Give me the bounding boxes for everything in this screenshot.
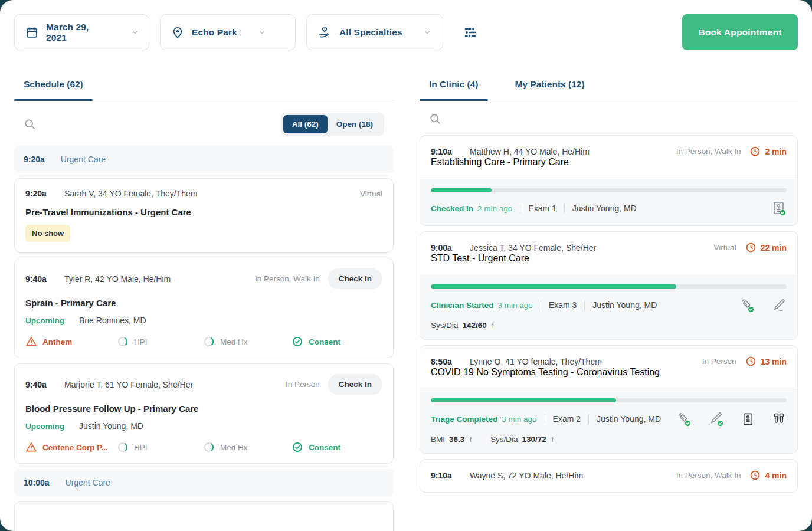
stage-time-ago: 3 min ago: [502, 415, 536, 424]
divider: [541, 300, 541, 310]
wait-timer: 22 min: [745, 242, 787, 253]
filter-all-option[interactable]: All (62): [283, 115, 328, 133]
filter-open-option[interactable]: Open (18): [328, 115, 382, 133]
visit-stage-row: Triage Completed 3 min ago Exam 2 Justin…: [431, 411, 787, 427]
wait-minutes: 2 min: [765, 147, 787, 156]
status-label: Upcoming: [25, 422, 64, 431]
in-clinic-card[interactable]: 9:10a Wayne S, 72 YO Male, He/Him In Per…: [420, 459, 798, 493]
schedule-tabs: Schedule (62): [14, 79, 394, 100]
app-window: March 29, 2021 Echo Park: [0, 0, 812, 531]
schedule-searchbar: All (62) Open (18): [14, 100, 394, 146]
check-in-button[interactable]: Check In: [328, 374, 382, 395]
top-toolbar: March 29, 2021 Echo Park: [14, 14, 798, 50]
wait-minutes: 22 min: [761, 243, 787, 253]
intake-form-complete-icon[interactable]: [771, 201, 787, 216]
filters-sliders-button[interactable]: [463, 25, 477, 40]
appointment-time: 9:10a: [431, 471, 470, 480]
medical-record-icon[interactable]: [741, 412, 755, 427]
trend-up-icon: ↑: [491, 321, 495, 330]
patient-summary: Tyler R, 42 YO Male, He/Him: [64, 274, 171, 284]
location-value: Echo Park: [192, 27, 237, 38]
tab-in-clinic[interactable]: In Clinic (4): [420, 79, 488, 100]
book-appointment-button[interactable]: Book Appointment: [682, 14, 798, 50]
location-pin-icon: [171, 26, 184, 39]
in-clinic-card[interactable]: 9:10a Matthew H, 44 YO Male, He/Him In P…: [420, 135, 798, 226]
appointment-time: 9:10a: [431, 147, 470, 156]
slot-department[interactable]: Urgent Care: [66, 478, 110, 487]
exam-room: Exam 1: [528, 204, 556, 213]
chevron-down-icon: [131, 28, 139, 37]
appointment-head: 9:40a Marjorie T, 61 YO Female, She/Her …: [25, 374, 382, 395]
patient-summary: Wayne S, 72 YO Male, He/Him: [470, 471, 583, 480]
appointment-time: 9:00a: [431, 243, 470, 253]
patient-summary: Matthew H, 44 YO Male, He/Him: [470, 147, 590, 156]
clinic-card-head: 8:50a Lynne O, 41 YO female, They/Them I…: [431, 356, 787, 367]
clinic-card-top: 9:10a Wayne S, 72 YO Male, He/Him In Per…: [420, 460, 797, 492]
appointment-title: Blood Pressure Follow Up - Primary Care: [25, 404, 382, 414]
clinic-searchbar: [420, 100, 798, 135]
vital-label: Sys/Dia: [431, 321, 459, 330]
specialty-dropdown[interactable]: All Specialties: [306, 14, 443, 50]
hpi-item[interactable]: HPI: [117, 441, 203, 453]
intake-checklist: Centene Corp P... HPI Med: [25, 441, 382, 453]
procedure-pen-icon[interactable]: [771, 297, 787, 313]
consent-item[interactable]: Consent: [292, 441, 340, 453]
med-hx-item[interactable]: Med Hx: [203, 441, 292, 453]
tab-my-patients[interactable]: My Patients (12): [506, 79, 594, 100]
patient-summary: Marjorie T, 61 YO Female, She/Her: [64, 380, 193, 389]
search-button[interactable]: [429, 113, 441, 125]
med-hx-item[interactable]: Med Hx: [203, 336, 292, 348]
progress-ring-icon: [117, 336, 129, 348]
appointment-title: Establishing Care - Primary Care: [431, 157, 787, 168]
procedure-pen-complete-icon[interactable]: [708, 411, 725, 427]
progress-ring-icon: [203, 441, 215, 453]
visit-type: In Person, Walk In: [255, 274, 320, 283]
visit-type: Virtual: [714, 243, 736, 252]
consent-label: Consent: [309, 337, 340, 346]
patient-summary: Lynne O, 41 YO female, They/Them: [470, 357, 602, 366]
visit-progress-bar: [431, 188, 787, 192]
location-dropdown[interactable]: Echo Park: [160, 14, 296, 50]
specimen-rack-icon[interactable]: [771, 411, 787, 427]
status-label: Upcoming: [25, 316, 64, 325]
vital-bmi: BMI 36.3 ↑: [431, 435, 473, 444]
insurance-label: Centene Corp P...: [42, 443, 108, 452]
slot-time: 10:00a: [24, 478, 50, 487]
search-icon: [24, 118, 36, 130]
appointment-card[interactable]: 9:40a Marjorie T, 61 YO Female, She/Her …: [14, 363, 394, 464]
in-clinic-card[interactable]: 9:00a Jessica T, 34 YO Female, She/Her V…: [420, 231, 798, 340]
schedule-list: 9:20a Urgent Care 9:20a Sarah V, 34 YO F…: [14, 146, 394, 531]
tab-schedule[interactable]: Schedule (62): [14, 79, 93, 100]
clock-icon: [749, 470, 761, 481]
injection-complete-icon[interactable]: [739, 297, 755, 313]
vital-value: 142/60: [463, 321, 487, 330]
date-picker-dropdown[interactable]: March 29, 2021: [14, 14, 149, 50]
specialty-value: All Specialties: [339, 27, 402, 38]
check-in-button[interactable]: Check In: [328, 268, 382, 289]
insurance-alert-item[interactable]: Centene Corp P...: [25, 441, 117, 453]
visit-type: In Person, Walk In: [676, 471, 741, 480]
hpi-item[interactable]: HPI: [117, 336, 203, 348]
search-button[interactable]: [24, 118, 36, 130]
visit-type: In Person: [286, 380, 320, 389]
consent-item[interactable]: Consent: [292, 336, 340, 348]
schedule-panel: Schedule (62) All (62) Open (18) 9:20a U…: [14, 79, 394, 531]
visit-type: Virtual: [360, 189, 382, 198]
exam-room: Exam 2: [553, 414, 581, 424]
clinic-card-top: 8:50a Lynne O, 41 YO female, They/Them I…: [420, 346, 797, 389]
insurance-alert-item[interactable]: Anthem: [25, 336, 117, 348]
trend-up-icon: ↑: [469, 435, 473, 444]
appointment-card[interactable]: [14, 502, 394, 531]
in-clinic-card[interactable]: 8:50a Lynne O, 41 YO female, They/Them I…: [420, 345, 798, 454]
clinic-card-top: 9:00a Jessica T, 34 YO Female, She/Her V…: [420, 232, 797, 275]
vital-value: 130/72: [522, 435, 546, 444]
appointment-card[interactable]: 9:20a Sarah V, 34 YO Female, They/Them V…: [14, 178, 394, 253]
appointment-time: 9:20a: [25, 189, 64, 198]
slot-department[interactable]: Urgent Care: [61, 155, 106, 164]
appointment-card[interactable]: 9:40a Tyler R, 42 YO Male, He/Him In Per…: [14, 258, 394, 358]
appointment-status-line: Upcoming Justin Young, MD: [25, 421, 382, 431]
provider-name: Justin Young, MD: [597, 414, 661, 424]
injection-complete-icon[interactable]: [676, 411, 692, 427]
vital-sys-dia: Sys/Dia 142/60 ↑: [431, 321, 495, 330]
clinic-tabs: In Clinic (4) My Patients (12): [420, 79, 798, 100]
